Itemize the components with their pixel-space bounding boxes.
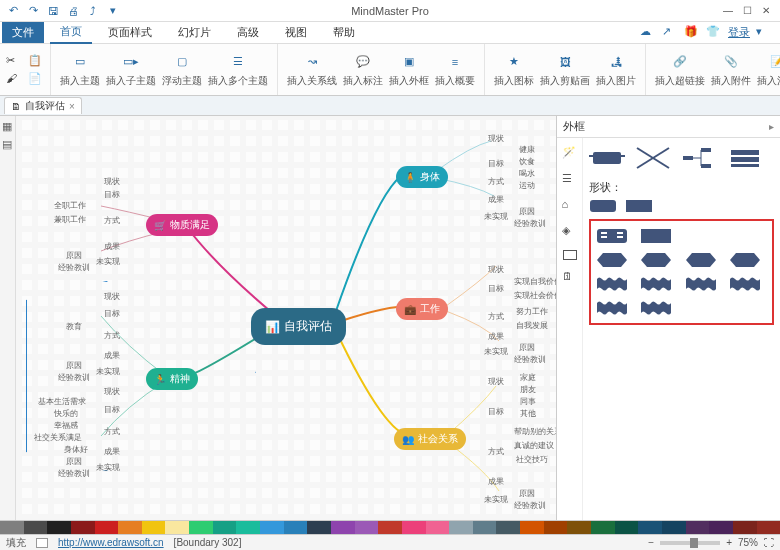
leaf[interactable]: 同事 <box>520 396 536 407</box>
layout-opt-4[interactable] <box>727 146 763 170</box>
branch-spirit[interactable]: 🏃精神 <box>146 368 198 390</box>
undo-icon[interactable]: ↶ <box>6 4 20 18</box>
leaf[interactable]: 成果 <box>488 331 504 342</box>
panel-collapse-icon[interactable]: ▸ <box>769 121 774 132</box>
share-icon[interactable]: ↗ <box>662 25 678 41</box>
color-swatch[interactable] <box>142 521 166 534</box>
layout-opt-3[interactable] <box>681 146 717 170</box>
leaf[interactable]: 未实现 <box>484 494 508 505</box>
leaf[interactable]: 目标 <box>488 158 504 169</box>
leaf[interactable]: 教育 <box>66 321 82 332</box>
tab-help[interactable]: 帮助 <box>323 22 365 43</box>
leaf[interactable]: 运动 <box>519 180 535 191</box>
shape-opt[interactable] <box>728 275 762 293</box>
color-swatch[interactable] <box>520 521 544 534</box>
branch-material[interactable]: 🛒物质满足 <box>146 214 218 236</box>
shape-opt[interactable] <box>595 275 629 293</box>
close-button[interactable]: ✕ <box>762 5 770 16</box>
color-swatch[interactable] <box>260 521 284 534</box>
leaf[interactable]: 身体好 <box>64 444 88 455</box>
color-swatch[interactable] <box>496 521 520 534</box>
shape-opt[interactable] <box>728 251 762 269</box>
leaf[interactable]: 社交技巧 <box>516 454 548 465</box>
chevron-down-icon[interactable]: ▾ <box>756 25 772 41</box>
tab-home[interactable]: 首页 <box>50 21 92 44</box>
cut-icon[interactable]: ✂ <box>6 54 22 68</box>
shape-opt[interactable] <box>639 251 673 269</box>
color-swatch[interactable] <box>236 521 260 534</box>
copy-icon[interactable]: 📋 <box>28 54 44 68</box>
shape-opt[interactable] <box>639 227 673 245</box>
tool1-icon[interactable]: ▦ <box>2 120 14 132</box>
color-swatch[interactable] <box>378 521 402 534</box>
insert-icon-button[interactable]: ★插入图标 <box>491 52 537 88</box>
leaf[interactable]: 原因 <box>519 488 535 499</box>
leaf[interactable]: 经验教训 <box>514 354 546 365</box>
leaf[interactable]: 现状 <box>104 386 120 397</box>
gift-icon[interactable]: 🎁 <box>684 25 700 41</box>
leaf[interactable]: 成果 <box>104 241 120 252</box>
color-swatch[interactable] <box>165 521 189 534</box>
insert-attachment-button[interactable]: 📎插入附件 <box>708 52 754 88</box>
color-swatch-bar[interactable] <box>0 520 780 534</box>
color-swatch[interactable] <box>189 521 213 534</box>
close-tab-icon[interactable]: × <box>69 101 75 112</box>
leaf[interactable]: 现状 <box>104 176 120 187</box>
insert-relation-button[interactable]: ↝插入关系线 <box>284 52 340 88</box>
maximize-button[interactable]: ☐ <box>743 5 752 16</box>
leaf[interactable]: 全职工作 <box>54 200 86 211</box>
leaf[interactable]: 方式 <box>104 215 120 226</box>
color-swatch[interactable] <box>71 521 95 534</box>
color-swatch[interactable] <box>95 521 119 534</box>
insert-multiple-button[interactable]: ☰插入多个主题 <box>205 52 271 88</box>
shape-opt[interactable] <box>595 227 629 245</box>
leaf[interactable]: 原因 <box>66 360 82 371</box>
color-swatch[interactable] <box>544 521 568 534</box>
leaf[interactable]: 成果 <box>488 194 504 205</box>
leaf[interactable]: 健康 <box>519 144 535 155</box>
color-swatch[interactable] <box>449 521 473 534</box>
color-swatch[interactable] <box>331 521 355 534</box>
shape-opt[interactable] <box>728 227 762 245</box>
leaf[interactable]: 经验教训 <box>514 500 546 511</box>
color-swatch[interactable] <box>615 521 639 534</box>
leaf[interactable]: 目标 <box>104 308 120 319</box>
color-swatch[interactable] <box>47 521 71 534</box>
branch-social[interactable]: 👥社会关系 <box>394 428 466 450</box>
leaf[interactable]: 未实现 <box>484 346 508 357</box>
redo-icon[interactable]: ↷ <box>26 4 40 18</box>
shape-opt[interactable] <box>595 299 629 317</box>
list-icon[interactable]: ☰ <box>562 172 578 188</box>
leaf[interactable]: 经验教训 <box>514 218 546 229</box>
leaf[interactable]: 家庭 <box>520 372 536 383</box>
shape-opt[interactable] <box>639 299 673 317</box>
insert-boundary-button[interactable]: ▣插入外框 <box>386 52 432 88</box>
paste-icon[interactable]: 📄 <box>28 72 44 86</box>
wand-icon[interactable]: 🪄 <box>562 146 578 162</box>
status-url[interactable]: http://www.edrawsoft.cn <box>58 537 164 548</box>
color-swatch[interactable] <box>733 521 757 534</box>
canvas[interactable]: 📊自我评估 🛒物质满足 🏃精神 🧍身体 💼工作 👥社会关系 现状 目标 方式 成… <box>16 116 556 520</box>
rect-icon[interactable] <box>563 250 577 260</box>
tool2-icon[interactable]: ▤ <box>2 138 14 150</box>
branch-work[interactable]: 💼工作 <box>396 298 448 320</box>
save-icon[interactable]: 🖫 <box>46 4 60 18</box>
color-swatch[interactable] <box>213 521 237 534</box>
tab-advanced[interactable]: 高级 <box>227 22 269 43</box>
brush-icon[interactable]: 🖌 <box>6 72 22 86</box>
leaf[interactable]: 未实现 <box>96 366 120 377</box>
cloud-icon[interactable]: ☁ <box>640 25 656 41</box>
zoom-in-icon[interactable]: + <box>726 537 732 548</box>
insert-note-button[interactable]: 📝插入注释 <box>754 52 780 88</box>
tab-slides[interactable]: 幻灯片 <box>168 22 221 43</box>
leaf[interactable]: 目标 <box>488 406 504 417</box>
layout-opt-1[interactable] <box>589 146 625 170</box>
insert-clipart-button[interactable]: 🖼插入剪贴画 <box>537 52 593 88</box>
leaf[interactable]: 目标 <box>104 404 120 415</box>
leaf[interactable]: 幸福感 <box>54 420 78 431</box>
color-swatch[interactable] <box>686 521 710 534</box>
leaf[interactable]: 原因 <box>66 250 82 261</box>
layout-opt-2[interactable] <box>635 146 671 170</box>
fit-icon[interactable]: ⛶ <box>764 537 774 548</box>
insert-topic-button[interactable]: ▭插入主题 <box>57 52 103 88</box>
